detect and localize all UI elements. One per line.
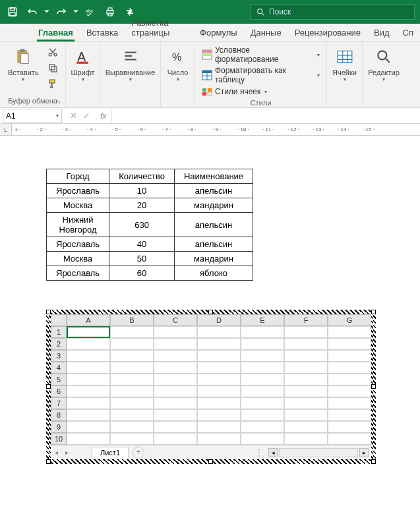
- resize-handle[interactable]: [46, 459, 51, 464]
- formula-input[interactable]: [111, 109, 420, 123]
- sheet-nav-first[interactable]: ◂: [51, 449, 61, 456]
- sheet-cell[interactable]: [67, 326, 110, 338]
- sheet-cell[interactable]: [328, 397, 371, 409]
- sheet-cell[interactable]: [284, 433, 328, 445]
- resize-handle[interactable]: [208, 310, 213, 314]
- row-header[interactable]: 3: [51, 350, 67, 362]
- sheet-cell[interactable]: [154, 362, 197, 374]
- hscroll-track[interactable]: [279, 448, 358, 457]
- row-header[interactable]: 2: [51, 338, 67, 350]
- sheet-cell[interactable]: [284, 362, 328, 374]
- sheet-nav-prev[interactable]: ▸: [61, 449, 72, 456]
- sheet-cell[interactable]: [197, 433, 241, 445]
- horizontal-ruler[interactable]: · 1 ·· 2 ·· 3 ·· 4 ·· 5 ·· 6 ·· 7 ·· 8 ·…: [12, 124, 420, 136]
- row-header[interactable]: 9: [51, 421, 67, 433]
- sheet-cell[interactable]: [197, 397, 241, 409]
- sheet-cell[interactable]: [110, 409, 154, 421]
- sheet-cell[interactable]: [154, 409, 197, 421]
- sheet-cell[interactable]: [197, 338, 241, 350]
- conditional-formatting-button[interactable]: Условное форматирование▾: [199, 45, 322, 65]
- print-button[interactable]: [102, 3, 119, 20]
- sheet-cell[interactable]: [197, 374, 241, 385]
- resize-handle[interactable]: [371, 310, 376, 314]
- fx-label[interactable]: fx: [100, 111, 106, 121]
- undo-dropdown[interactable]: [44, 3, 50, 20]
- row-header[interactable]: 4: [51, 362, 67, 374]
- select-all-cell[interactable]: [51, 314, 67, 326]
- font-button[interactable]: A Шрифт▾: [69, 45, 97, 84]
- tab-review[interactable]: Рецензирование: [288, 24, 367, 42]
- paste-button[interactable]: Вставить ▾: [4, 45, 43, 84]
- sheet-cell[interactable]: [284, 385, 328, 397]
- resize-handle[interactable]: [371, 384, 376, 389]
- cut-button[interactable]: [45, 45, 60, 59]
- col-header[interactable]: B: [110, 314, 154, 326]
- sheet-cell[interactable]: [154, 397, 197, 409]
- col-header[interactable]: A: [67, 314, 110, 326]
- sheet-cell[interactable]: [284, 338, 328, 350]
- redo-button[interactable]: [53, 3, 70, 20]
- row-header[interactable]: 1: [51, 326, 67, 338]
- editing-button[interactable]: Редактир▾: [367, 45, 401, 84]
- save-button[interactable]: [4, 3, 21, 20]
- col-header[interactable]: E: [241, 314, 284, 326]
- col-header[interactable]: G: [328, 314, 371, 326]
- sheet-cell[interactable]: [328, 326, 371, 338]
- window-menu[interactable]: Окно: [28, 0, 45, 1]
- sheet-cell[interactable]: [197, 421, 241, 433]
- sheet-cell[interactable]: [284, 421, 328, 433]
- redo-dropdown[interactable]: [73, 3, 79, 20]
- sheet-cell[interactable]: [328, 374, 371, 385]
- sheet-cell[interactable]: [67, 338, 110, 350]
- cell-styles-button[interactable]: Стили ячеек▾: [199, 86, 322, 98]
- sheet-cell[interactable]: [197, 326, 241, 338]
- cells-button[interactable]: Ячейки▾: [331, 45, 359, 84]
- sheet-cell[interactable]: [284, 326, 328, 338]
- sheet-cell[interactable]: [110, 421, 154, 433]
- sheet-cell[interactable]: [284, 409, 328, 421]
- sheet-cell[interactable]: [328, 362, 371, 374]
- sheet-cell[interactable]: [241, 362, 284, 374]
- sheet-cell[interactable]: [197, 362, 241, 374]
- row-header[interactable]: 5: [51, 374, 67, 385]
- clipboard-launcher[interactable]: ⤡: [56, 98, 61, 105]
- sheet-cell[interactable]: [110, 350, 154, 362]
- tab-help[interactable]: Сп: [396, 24, 420, 42]
- sheet-cell[interactable]: [154, 385, 197, 397]
- sheet-cell[interactable]: [67, 433, 110, 445]
- sheet-cell[interactable]: [154, 374, 197, 385]
- col-header[interactable]: C: [154, 314, 197, 326]
- tab-data[interactable]: Данные: [244, 24, 288, 42]
- sheet-cell[interactable]: [284, 397, 328, 409]
- sheet-cell[interactable]: [154, 338, 197, 350]
- sheet-cell[interactable]: [241, 409, 284, 421]
- sheet-cell[interactable]: [241, 397, 284, 409]
- sheet-cell[interactable]: [154, 326, 197, 338]
- copy-button[interactable]: [45, 61, 60, 75]
- sheet-cell[interactable]: [154, 350, 197, 362]
- tab-layout[interactable]: Разметка страницы: [125, 14, 193, 42]
- sheet-cell[interactable]: [110, 362, 154, 374]
- sheet-cell[interactable]: [241, 385, 284, 397]
- sheet-cell[interactable]: [197, 350, 241, 362]
- sheet-cell[interactable]: [110, 385, 154, 397]
- accept-formula-button[interactable]: ✓: [80, 110, 92, 122]
- number-button[interactable]: % Число▾: [164, 45, 192, 84]
- sheet-cell[interactable]: [154, 433, 197, 445]
- sheet-tab[interactable]: Лист1: [92, 447, 129, 458]
- cancel-formula-button[interactable]: ✕: [67, 110, 79, 122]
- format-painter-button[interactable]: [45, 76, 60, 91]
- sheet-cell[interactable]: [110, 433, 154, 445]
- hscroll-left[interactable]: ◂: [268, 448, 278, 457]
- alignment-button[interactable]: Выравнивание▾: [104, 45, 156, 84]
- sheet-cell[interactable]: [110, 397, 154, 409]
- embedded-spreadsheet[interactable]: ABCDEFG12345678910 ◂ ▸ Лист1 + ⋮ ◂ ▸: [46, 310, 376, 464]
- sheet-cell[interactable]: [241, 350, 284, 362]
- sheet-cell[interactable]: [241, 326, 284, 338]
- row-header[interactable]: 6: [51, 385, 67, 397]
- sheet-cell[interactable]: [328, 338, 371, 350]
- sheet-cell[interactable]: [67, 385, 110, 397]
- row-header[interactable]: 8: [51, 409, 67, 421]
- resize-handle[interactable]: [46, 310, 51, 314]
- add-sheet-button[interactable]: +: [133, 447, 144, 459]
